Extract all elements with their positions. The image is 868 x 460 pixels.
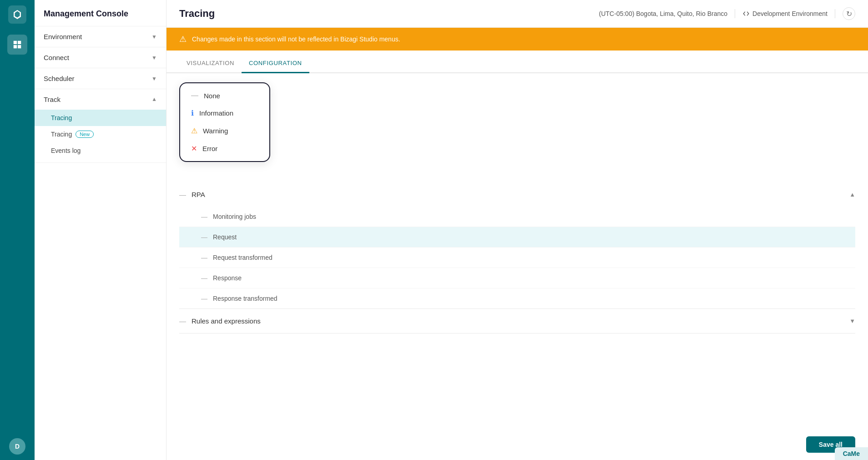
config-sections: — RPA ▲ — Monitoring jobs — Request	[167, 182, 868, 346]
code-icon	[742, 10, 750, 17]
sidebar-section-label-track: Track	[44, 96, 61, 103]
item-dash-icon: —	[201, 295, 207, 302]
error-circle-icon: ✕	[191, 144, 197, 153]
dropdown-item-none[interactable]: — None	[180, 87, 269, 104]
sidebar-item-tracing-new[interactable]: Tracing New	[35, 126, 166, 142]
rules-label: Rules and expressions	[192, 317, 261, 325]
warning-triangle-icon: ⚠	[179, 34, 187, 44]
sidebar-section-header-scheduler[interactable]: Scheduler ▼	[35, 68, 166, 89]
section-dash-icon: —	[179, 317, 186, 325]
log-level-dropdown[interactable]: — None ℹ Information ⚠ Warning ✕ Error	[179, 82, 270, 162]
rules-chevron-icon: ▼	[849, 318, 855, 324]
sidebar-item-label-tracing: Tracing	[51, 114, 72, 121]
tab-visualization[interactable]: VISUALIZATION	[179, 54, 242, 73]
config-item-response-transformed[interactable]: — Response transformed	[179, 288, 855, 308]
sidebar-item-label-events-log: Events log	[51, 147, 81, 154]
app-logo[interactable]	[8, 5, 26, 24]
rpa-label: RPA	[192, 191, 205, 198]
content-area: — None ℹ Information ⚠ Warning ✕ Error	[167, 73, 868, 460]
main-header: Tracing (UTC-05:00) Bogota, Lima, Quito,…	[167, 0, 868, 28]
env-tag: Development Environment	[742, 10, 828, 17]
banner-text: Changes made in this section will not be…	[192, 35, 400, 43]
config-section-title-rules: — Rules and expressions	[179, 317, 261, 325]
chevron-down-icon: ▼	[151, 34, 157, 40]
user-avatar[interactable]: D	[9, 438, 25, 455]
info-circle-icon: ℹ	[191, 109, 194, 117]
sidebar-section-track: Track ▼ Tracing Tracing New Events log	[35, 89, 166, 163]
config-section-title-rpa: — RPA	[179, 191, 205, 198]
tab-configuration[interactable]: CONFIGURATION	[242, 54, 309, 73]
header-divider	[735, 9, 735, 18]
chevron-down-icon: ▼	[151, 76, 157, 82]
page-title: Tracing	[179, 8, 215, 20]
dashboard-icon	[12, 40, 22, 50]
dropdown-item-error[interactable]: ✕ Error	[180, 140, 269, 157]
sidebar-section-label-scheduler: Scheduler	[44, 75, 75, 82]
dropdown-item-information[interactable]: ℹ Information	[180, 104, 269, 122]
sidebar-title: Management Console	[35, 0, 166, 26]
item-dash-icon: —	[201, 213, 207, 220]
config-item-request[interactable]: — Request	[179, 227, 855, 248]
item-dash-icon: —	[201, 254, 207, 261]
refresh-button[interactable]: ↻	[843, 7, 855, 20]
timezone-label: (UTC-05:00) Bogota, Lima, Quito, Rio Bra…	[599, 10, 727, 17]
sidebar-item-events-log[interactable]: Events log	[35, 142, 166, 159]
config-item-response[interactable]: — Response	[179, 268, 855, 288]
dropdown-label-warning: Warning	[203, 127, 228, 135]
logo-icon	[12, 9, 23, 20]
section-dash-icon: —	[179, 191, 186, 198]
dropdown-label-none: None	[204, 92, 220, 100]
rpa-chevron-icon: ▲	[849, 191, 855, 198]
dropdown-item-warning[interactable]: ⚠ Warning	[180, 122, 269, 140]
response-transformed-label: Response transformed	[213, 295, 278, 302]
sidebar-section-header-environment[interactable]: Environment ▼	[35, 26, 166, 47]
item-dash-icon: —	[201, 233, 207, 241]
dropdown-label-information: Information	[199, 109, 233, 117]
nav-dashboard-icon[interactable]	[7, 35, 27, 55]
warning-icon: ⚠	[191, 126, 197, 135]
chevron-down-icon: ▼	[151, 55, 157, 61]
sidebar-item-tracing[interactable]: Tracing	[35, 110, 166, 126]
response-label: Response	[213, 274, 242, 282]
main-content: Tracing (UTC-05:00) Bogota, Lima, Quito,…	[167, 0, 868, 460]
config-section-rules: — Rules and expressions ▼	[179, 309, 855, 334]
item-dash-icon: —	[201, 274, 207, 282]
rpa-sub-items: — Monitoring jobs — Request — Request tr…	[179, 207, 855, 308]
sidebar-section-scheduler: Scheduler ▼	[35, 68, 166, 89]
sidebar-section-header-connect[interactable]: Connect ▼	[35, 47, 166, 68]
request-transformed-label: Request transformed	[213, 254, 273, 261]
sidebar-section-label-environment: Environment	[44, 33, 82, 40]
header-divider-2	[835, 9, 835, 18]
sidebar: Management Console Environment ▼ Connect…	[35, 0, 167, 460]
config-item-monitoring[interactable]: — Monitoring jobs	[179, 207, 855, 227]
warning-banner: ⚠ Changes made in this section will not …	[167, 28, 868, 51]
sidebar-item-label-tracing-new: Tracing	[51, 131, 72, 138]
request-label: Request	[213, 233, 237, 241]
tab-bar: VISUALIZATION CONFIGURATION	[167, 54, 868, 73]
sidebar-track-items: Tracing Tracing New Events log	[35, 110, 166, 162]
nav-rail: D	[0, 0, 35, 460]
came-tag: CaMe	[835, 447, 868, 460]
sidebar-section-label-connect: Connect	[44, 54, 69, 61]
chevron-up-icon: ▼	[151, 96, 157, 103]
config-section-rpa: — RPA ▲ — Monitoring jobs — Request	[179, 182, 855, 309]
sidebar-section-environment: Environment ▼	[35, 26, 166, 47]
dash-icon: —	[191, 91, 198, 100]
sidebar-section-header-track[interactable]: Track ▼	[35, 89, 166, 110]
dropdown-label-error: Error	[202, 145, 217, 152]
config-section-header-rules[interactable]: — Rules and expressions ▼	[179, 309, 855, 333]
config-section-header-rpa[interactable]: — RPA ▲	[179, 182, 855, 207]
header-right: (UTC-05:00) Bogota, Lima, Quito, Rio Bra…	[599, 7, 855, 20]
config-item-request-transformed[interactable]: — Request transformed	[179, 248, 855, 268]
new-badge: New	[76, 131, 94, 138]
monitoring-label: Monitoring jobs	[213, 213, 256, 220]
env-label: Development Environment	[752, 10, 828, 17]
sidebar-section-connect: Connect ▼	[35, 47, 166, 68]
